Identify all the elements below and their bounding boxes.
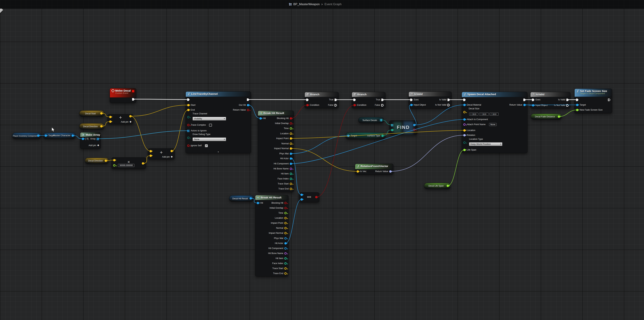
arr-wire[interactable]: [98, 131, 188, 139]
get-decal-direction-b[interactable]: Decal Direction: [85, 158, 109, 164]
attach-point-name-value-input[interactable]: None: [489, 123, 497, 126]
hit-bone-name-pin[interactable]: [284, 252, 287, 254]
time-pin[interactable]: [284, 212, 287, 214]
add-vectors-2[interactable]: +Add pin✚: [148, 148, 175, 159]
get-surface-decals[interactable]: Surface Decals: [358, 117, 384, 123]
return-value-pin[interactable]: [247, 109, 249, 111]
face-index-pin[interactable]: [290, 178, 292, 180]
trace-channel-pin[interactable]: [187, 116, 190, 118]
actors-to-ignore-pin-label: Actors to Ignore: [191, 129, 206, 132]
spawn-decal-attached[interactable]: ƒSpawn Decal AttachedDecal MaterialRetur…: [462, 92, 528, 153]
get-decal-start[interactable]: Decal Start: [79, 110, 104, 117]
is-valid-1[interactable]: ?IsValidExecInput ObjectIs ValidIs Not V…: [408, 92, 452, 108]
draw-debug-type-dropdown[interactable]: None▼: [192, 138, 226, 141]
obj-wire[interactable]: [291, 120, 464, 164]
impact-normal-pin[interactable]: [284, 232, 287, 234]
location-pin-tail: [466, 130, 466, 131]
add-vectors-1[interactable]: +Add pin✚: [108, 114, 134, 124]
equals[interactable]: ==: [299, 192, 319, 202]
trace-end-pin[interactable]: [284, 272, 287, 275]
trace-start-pin-tail: [292, 184, 294, 185]
normal-pin[interactable]: [284, 227, 287, 229]
impact-point-pin[interactable]: [284, 222, 287, 224]
hit-item-pin[interactable]: [290, 173, 292, 175]
location-pin[interactable]: [290, 132, 292, 135]
rotation-from-xvector[interactable]: ƒRotationFromXVectorIn VecReturn Value: [355, 164, 393, 174]
trace-end-pin-tail: [287, 274, 288, 274]
add-pin-button[interactable]: Add pin✚: [162, 156, 173, 158]
decal-size-z-input[interactable]: Z10.0: [490, 112, 498, 116]
face-index-pin[interactable]: [284, 262, 287, 264]
get-master-character[interactable]: TargetMaster Character: [43, 133, 76, 139]
normal-pin[interactable]: [290, 142, 292, 145]
decal-size-x-input[interactable]: X10.0: [469, 112, 478, 116]
flt-wire[interactable]: [448, 150, 464, 186]
false-pin[interactable]: [334, 104, 337, 106]
decal-size-pin[interactable]: [463, 111, 466, 113]
set-fade-screen-size-header: ƒSet Fade Screen SizeTarget is Decal Com…: [574, 89, 612, 97]
initial-overlap-pin[interactable]: [284, 207, 287, 209]
0-pin-tail: [84, 138, 85, 139]
vec-wire[interactable]: [130, 105, 188, 116]
draw-debug-type-pin[interactable]: [187, 136, 190, 139]
exec-wire[interactable]: [248, 100, 307, 100]
exec-wire[interactable]: [133, 99, 188, 100]
add-pin-button[interactable]: Add pin✚: [88, 144, 99, 147]
branch-1[interactable]: BranchConditionTrueFalse: [304, 92, 339, 108]
trace-channel-dropdown[interactable]: Visibility▼: [192, 117, 226, 120]
array-pin[interactable]: [97, 138, 99, 141]
make-array[interactable]: Make Array[ 0]ArrayAdd pin✚: [80, 132, 101, 149]
break-hit-result-1[interactable]: Break Hit ResultHitBlocking HitInitial O…: [258, 110, 294, 192]
impact-point-pin-label: Impact Point: [276, 137, 289, 140]
phys-mat-pin[interactable]: [284, 237, 287, 240]
hit-component-pin[interactable]: [284, 247, 287, 250]
location-type-dropdown[interactable]: Keep World Position▼: [469, 142, 502, 146]
initial-overlap-pin-label: Initial Overlap: [270, 206, 283, 210]
line-trace-by-channel[interactable]: ƒLineTraceByChannelStartEndTrace Channel…: [186, 92, 251, 153]
get-decal-fade-distance[interactable]: Decal Fade Distance: [531, 114, 562, 120]
graph-canvas[interactable]: Melee DecalCustom EventDecal StartDecal …: [0, 0, 644, 320]
multiply[interactable]: 50000.000000×: [112, 158, 146, 169]
initial-overlap-pin[interactable]: [290, 122, 292, 124]
rot-wire[interactable]: [390, 135, 464, 172]
input-object-pin-label: Input Object: [414, 104, 426, 106]
branch-2[interactable]: BranchConditionTrueFalse: [352, 92, 386, 108]
trace-start-pin[interactable]: [290, 183, 292, 185]
set-fade-screen-size[interactable]: ƒSet Fade Screen SizeTarget is Decal Com…: [574, 88, 612, 113]
collapse-node-button[interactable]: ▼: [186, 151, 251, 153]
0-pin-label: [ 0]: [85, 137, 88, 140]
ignore-self-pin[interactable]: [187, 144, 190, 147]
time-pin[interactable]: [290, 127, 292, 130]
get-decal-direction-a[interactable]: Decal Direction: [79, 123, 104, 130]
ignore-self-checkbox[interactable]: ✔: [205, 144, 208, 147]
trace-complex-pin[interactable]: [187, 124, 190, 126]
blocking-hit-pin[interactable]: [284, 202, 287, 204]
is-not-valid-pin[interactable]: [566, 104, 569, 107]
break-hit-result-2[interactable]: Break Hit ResultHitBlocking HitInitial O…: [255, 195, 288, 276]
hit-bone-name-pin[interactable]: [290, 168, 292, 170]
start-pin-tail: [190, 104, 190, 106]
false-pin[interactable]: [381, 104, 384, 106]
vec-wire[interactable]: [291, 148, 358, 172]
location-pin[interactable]: [284, 217, 287, 219]
get-player-inventory-component[interactable]: Player Inventory Component: [12, 133, 41, 139]
add-pin-button[interactable]: Add pin✚: [121, 120, 132, 123]
trace-start-pin[interactable]: [284, 267, 287, 270]
trace-start-pin-label: Trace Start: [272, 267, 283, 270]
trace-complex-checkbox[interactable]: [209, 124, 212, 126]
get-decal-life-span[interactable]: Decal Life Span: [424, 183, 451, 189]
melee-decal-event[interactable]: Melee DecalCustom Event: [110, 88, 136, 103]
attach-point-name-pin[interactable]: [463, 123, 466, 126]
normal-pin-label: Normal: [282, 142, 289, 145]
location-type-pin[interactable]: [463, 142, 466, 144]
decal-size-y-input[interactable]: Y10.0: [479, 112, 489, 116]
out-pin[interactable]: [380, 119, 382, 122]
trace-end-pin[interactable]: [290, 188, 292, 190]
is-valid-2[interactable]: ?IsValidExecInput ObjectIs ValidIs Not V…: [530, 92, 570, 108]
is-not-valid-pin[interactable]: [448, 104, 450, 106]
get-decal-hit-result[interactable]: Decal Hit Result: [229, 196, 254, 202]
hit-item-pin[interactable]: [284, 257, 287, 260]
exec-out-pin[interactable]: [608, 98, 610, 101]
actors-to-ignore-pin[interactable]: [187, 130, 190, 133]
b-pin[interactable]: [113, 164, 116, 166]
